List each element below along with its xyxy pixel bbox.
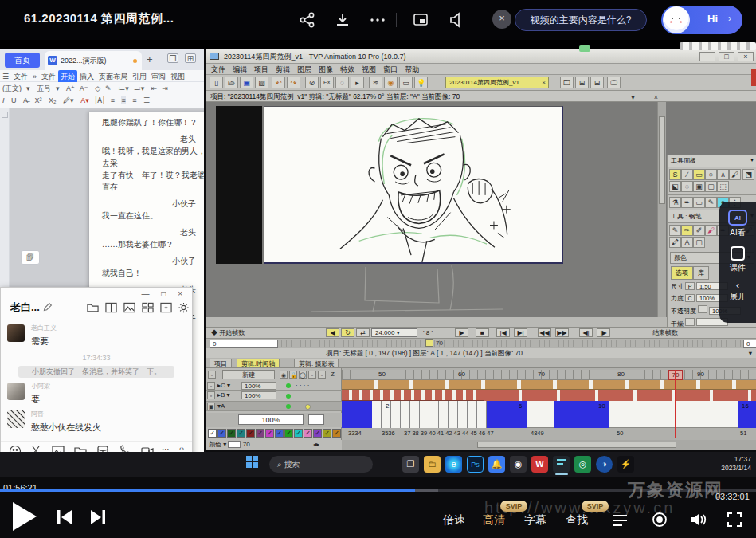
color-flag-checkbox[interactable]: ✓: [304, 429, 312, 438]
ai-watch-icon[interactable]: AI: [728, 210, 747, 226]
outdent-icon[interactable]: ⇥: [162, 84, 168, 92]
layer-menu-icon[interactable]: ▫: [208, 371, 216, 379]
grid-icon[interactable]: ⊞: [575, 77, 589, 88]
speaker-toggle-icon[interactable]: ◀: [326, 328, 339, 337]
tab-project[interactable]: 项目: [210, 359, 232, 368]
pencil-brush-icon[interactable]: ✎: [669, 225, 681, 236]
select-poly-icon[interactable]: ⬚: [717, 181, 729, 192]
font-size-select[interactable]: 五号: [37, 84, 51, 94]
fx-icon[interactable]: FX: [320, 77, 334, 88]
layer-opacity[interactable]: 100%: [241, 382, 276, 390]
option-key[interactable]: [698, 305, 707, 313]
menu-item[interactable]: 窗口: [383, 65, 398, 74]
drawing-canvas[interactable]: [264, 106, 563, 264]
end-frame-input[interactable]: 0: [743, 340, 756, 348]
new-window-icon[interactable]: [160, 302, 172, 313]
layers-icon[interactable]: ≋: [369, 77, 382, 88]
col-icon-a[interactable]: ▫: [308, 371, 316, 379]
paper-icon[interactable]: ▭: [399, 77, 413, 88]
rect-tool-icon[interactable]: ▭: [693, 169, 705, 180]
layer-row-c[interactable]: ▫ ▸C ▾ 100% · · · ·: [206, 381, 342, 391]
playhead-line[interactable]: [675, 370, 676, 438]
stop-icon[interactable]: ■: [476, 328, 489, 337]
new-icon[interactable]: ▯: [210, 77, 223, 88]
listen-audio-icon[interactable]: [446, 10, 465, 29]
courseware-icon[interactable]: [731, 246, 745, 261]
align-left-icon[interactable]: ≡: [111, 96, 115, 104]
start-button[interactable]: [244, 456, 260, 473]
scrub-handle[interactable]: [425, 339, 433, 347]
capture-app-icon[interactable]: ◉: [510, 456, 527, 473]
color-swatch[interactable]: [228, 441, 241, 448]
hamburger-icon[interactable]: ☰: [0, 71, 11, 82]
number-list-icon[interactable]: ≕▾: [134, 84, 145, 92]
new-layer-button[interactable]: 新建: [222, 370, 275, 379]
wps-home-button[interactable]: 首页: [5, 53, 40, 68]
last-frame-icon[interactable]: ▶|: [514, 328, 527, 337]
more-icon[interactable]: [368, 10, 387, 29]
panel-controls[interactable]: ▾ ˍ ×: [631, 92, 661, 103]
redo-icon[interactable]: ↷: [287, 77, 300, 88]
spark-app-icon[interactable]: ⚡: [617, 456, 634, 473]
bullet-list-icon[interactable]: ≔▾: [118, 84, 129, 92]
wps-document-tab[interactable]: W 2022...演示版): [45, 51, 142, 70]
assistant-close-icon[interactable]: ×: [492, 10, 511, 29]
undo-icon[interactable]: ↶: [272, 77, 285, 88]
color-flag-checkbox[interactable]: ✓: [237, 429, 245, 438]
layer-a-opacity-input[interactable]: 100%: [238, 414, 304, 425]
panel-icon[interactable]: 🗔: [560, 77, 574, 88]
clear-format-icon[interactable]: ◇: [95, 84, 100, 92]
ai-watch-label[interactable]: AI看: [719, 227, 756, 238]
layer-row-b[interactable]: ▫ ▸B ▾ 100% · · · ·: [206, 391, 342, 402]
layer-a-blend-box[interactable]: [308, 414, 324, 425]
paragraph-style-select[interactable]: (正文): [2, 84, 22, 94]
menu-item[interactable]: 项目: [254, 65, 268, 74]
track-c[interactable]: [342, 380, 756, 390]
menu-item[interactable]: 帮助: [405, 65, 419, 74]
color-wheel-icon[interactable]: ◉: [384, 77, 398, 88]
color-flag-checkbox[interactable]: ✓: [332, 429, 341, 438]
frame-scrubber[interactable]: [281, 340, 742, 347]
no-effect-icon[interactable]: ⊘: [305, 77, 319, 88]
subscript-button[interactable]: X₂: [49, 96, 57, 104]
strike-button[interactable]: A̶: [23, 96, 28, 104]
maximize-button[interactable]: □: [719, 52, 734, 61]
visibility-col-icon[interactable]: ◉: [280, 371, 288, 379]
start-frame-input[interactable]: 0: [210, 340, 278, 348]
wps-pane-icon[interactable]: ❐: [167, 53, 178, 63]
wps-new-tab-button[interactable]: +: [147, 53, 153, 65]
option-key[interactable]: [685, 318, 695, 326]
color-flag-checkbox[interactable]: ✓: [284, 429, 293, 438]
light-table-icon[interactable]: 💡: [414, 77, 428, 88]
align-right-icon[interactable]: ≡: [132, 96, 136, 104]
avatar[interactable]: [7, 324, 25, 342]
color-flag-checkbox[interactable]: ✓: [265, 429, 274, 438]
format-painter-icon[interactable]: ✎: [105, 84, 112, 92]
pingpong-icon[interactable]: ⇄: [356, 328, 370, 337]
tvpaint-app-icon[interactable]: [553, 456, 570, 473]
option-key[interactable]: P: [685, 282, 695, 290]
stroke-tool-icon[interactable]: S: [669, 169, 681, 180]
image-icon[interactable]: [123, 302, 135, 313]
tab-clip-timeline[interactable]: 剪辑:时间轴: [237, 359, 280, 368]
grid-icon[interactable]: [142, 302, 154, 313]
indent-icon[interactable]: ⇤: [151, 84, 158, 92]
frame-number-input[interactable]: 70: [243, 441, 250, 448]
font-grow-icon[interactable]: A⁺: [66, 84, 75, 92]
step-icons[interactable]: ◂▸: [313, 440, 319, 450]
wps-grid-icon[interactable]: ⊞: [185, 53, 196, 63]
tab-library[interactable]: 库: [693, 266, 709, 280]
zoom-tool-icon[interactable]: ◌: [335, 77, 349, 88]
task-view-icon[interactable]: ❐: [402, 456, 419, 473]
chat-window-controls[interactable]: — □ ×: [142, 289, 187, 298]
menu-item[interactable]: 剪辑: [276, 65, 290, 74]
color-flag-checkbox[interactable]: ✓: [313, 429, 322, 438]
open-icon[interactable]: 🗁: [225, 77, 238, 88]
eyedropper-icon[interactable]: ✎: [705, 197, 717, 208]
tvpaint-title-bar[interactable]: 20230114第四周范例_v1 - TVP Animation 10 Pro …: [206, 49, 756, 64]
play-small-icon[interactable]: ▸: [351, 77, 364, 88]
quality-button[interactable]: 高清: [483, 513, 505, 528]
highlight-button[interactable]: 🖉▾: [63, 96, 74, 104]
marker-brush-icon[interactable]: 🖍: [669, 237, 681, 248]
italic-button[interactable]: I: [2, 96, 5, 104]
